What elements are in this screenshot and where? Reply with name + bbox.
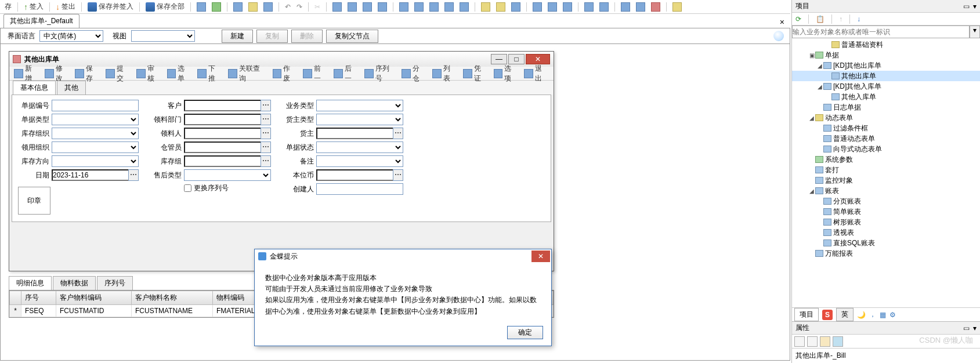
lookup-icon[interactable]: ⋯ — [261, 128, 271, 139]
tree-node[interactable]: 简单账表 — [792, 206, 980, 217]
lookup-icon[interactable]: ⋯ — [261, 155, 271, 167]
tb-g2[interactable] — [345, 2, 359, 12]
tb-g3[interactable] — [360, 2, 374, 12]
input-dept[interactable] — [184, 114, 261, 125]
tb-g5[interactable] — [397, 2, 411, 12]
refresh-icon[interactable]: ⟳ — [795, 15, 801, 23]
input-creator[interactable] — [316, 183, 403, 195]
prop-sort-icon[interactable] — [807, 336, 818, 347]
tb-g7[interactable] — [427, 2, 441, 12]
checkbox-replace-seq[interactable] — [184, 184, 191, 192]
tab-english[interactable]: 英 — [836, 308, 854, 321]
iw-btn-6[interactable]: 下推 — [195, 63, 225, 84]
save-all-button[interactable]: 保存全部 — [143, 1, 187, 12]
select-status[interactable] — [316, 141, 403, 153]
input-owner[interactable] — [316, 128, 393, 139]
sogou-ime-icon[interactable]: S — [822, 310, 833, 320]
tree-toggle-icon[interactable]: ◢ — [816, 63, 823, 69]
iw-btn-14[interactable]: 凭证 — [461, 63, 490, 84]
tb-g13[interactable] — [530, 2, 544, 12]
stamp-box[interactable]: 印章 — [18, 187, 50, 215]
up-icon[interactable]: ↑ — [839, 15, 842, 23]
ime-icon-4[interactable]: ⚙ — [889, 311, 896, 319]
tb-g14[interactable] — [545, 2, 559, 12]
cut-button[interactable]: ✂ — [312, 2, 323, 12]
ime-icon-3[interactable]: ▦ — [880, 311, 886, 319]
tb-g9[interactable] — [457, 2, 471, 12]
tb-icon-4[interactable] — [246, 2, 260, 12]
redo-button[interactable]: ↷ — [294, 2, 305, 12]
tree-node[interactable]: 普通基础资料 — [792, 39, 980, 50]
select-stockorg[interactable] — [52, 128, 139, 139]
view-select[interactable] — [131, 30, 195, 42]
detail-tab-1[interactable]: 物料数据 — [53, 276, 96, 290]
lookup-icon[interactable]: ⋯ — [261, 141, 271, 153]
date-picker-icon[interactable]: ⋯ — [128, 169, 139, 181]
select-biztype[interactable] — [316, 100, 403, 111]
tree-node[interactable]: ◢[KD]其他入库单 — [792, 81, 980, 92]
tb-g20[interactable] — [649, 2, 663, 12]
tree-node[interactable]: ▣单据 — [792, 50, 980, 60]
copy-icon[interactable]: 📋 — [816, 15, 824, 23]
tree-node[interactable]: 分页账表 — [792, 196, 980, 206]
tb-g12[interactable] — [509, 2, 523, 12]
ime-icon-2[interactable]: ， — [869, 310, 876, 320]
tree-node[interactable]: 其他入库单 — [792, 92, 980, 102]
new-button[interactable]: 新建 — [222, 30, 253, 43]
tb-g10[interactable] — [479, 2, 493, 12]
hint-bulb-icon[interactable] — [773, 31, 784, 41]
tb-icon-3[interactable] — [231, 2, 245, 12]
input-currency[interactable] — [316, 169, 393, 181]
tree-node[interactable]: 监控对象 — [792, 175, 980, 186]
pin-icon[interactable]: ▭ — [963, 2, 970, 10]
down-icon[interactable]: ↓ — [857, 15, 860, 23]
detail-tab-0[interactable]: 明细信息 — [9, 276, 52, 290]
prop-cat-icon[interactable] — [794, 336, 805, 347]
tree-node[interactable]: ◢动态表单 — [792, 112, 980, 123]
tab-project[interactable]: 项目 — [794, 308, 819, 321]
tree-node[interactable]: 透视表 — [792, 227, 980, 238]
iw-btn-4[interactable]: 审核 — [134, 63, 164, 84]
select-billtype[interactable] — [52, 114, 139, 125]
tb-icon-1[interactable] — [194, 2, 208, 12]
iw-btn-9[interactable]: 前一 — [301, 63, 330, 84]
lookup-icon[interactable]: ⋯ — [393, 128, 403, 139]
iw-btn-16[interactable]: 退出 — [522, 63, 551, 84]
input-customer[interactable] — [184, 100, 261, 111]
tree-toggle-icon[interactable]: ◢ — [808, 115, 815, 121]
tree-node[interactable]: ◢[KD]其他出库单 — [792, 60, 980, 71]
tree-node[interactable]: 套打 — [792, 165, 980, 175]
iw-btn-8[interactable]: 作废 — [270, 63, 300, 84]
iw-btn-12[interactable]: 分仓 — [399, 63, 429, 84]
search-dropdown-icon[interactable]: ▾ — [970, 26, 980, 38]
tb-g15[interactable] — [560, 2, 574, 12]
iw-btn-5[interactable]: 选单 — [165, 63, 194, 84]
ime-icon-1[interactable]: 🌙 — [857, 311, 866, 319]
dialog-ok-button[interactable]: 确定 — [507, 326, 543, 339]
tab-basic-info[interactable]: 基本信息 — [13, 81, 56, 95]
lookup-icon[interactable]: ⋯ — [393, 169, 403, 181]
dialog-close-button[interactable]: ✕ — [531, 251, 550, 262]
dropdown-icon[interactable]: ▾ — [973, 324, 977, 332]
tree-node[interactable]: 万能报表 — [792, 248, 980, 259]
tb-g6[interactable] — [412, 2, 426, 12]
copy-parent-button[interactable]: 复制父节点 — [326, 30, 378, 43]
iw-btn-7[interactable]: 关联查询 — [226, 63, 269, 84]
select-useorg[interactable] — [52, 141, 139, 153]
undo-button[interactable]: ↶ — [283, 2, 293, 12]
tb-g11[interactable] — [494, 2, 508, 12]
iw-btn-10[interactable]: 后一 — [331, 63, 361, 84]
tree-node[interactable]: 过滤条件框 — [792, 123, 980, 133]
prop-event-icon[interactable] — [833, 336, 843, 347]
lookup-icon[interactable]: ⋯ — [261, 100, 271, 111]
tb-icon-5[interactable] — [261, 2, 275, 12]
tree-toggle-icon[interactable]: ▣ — [808, 52, 815, 59]
tb-g18[interactable] — [619, 2, 632, 12]
iw-btn-3[interactable]: 提交 — [103, 63, 133, 84]
tab-close-icon[interactable]: × — [780, 17, 784, 27]
tb-g21[interactable] — [670, 2, 684, 12]
copy-button[interactable]: 复制 — [256, 30, 288, 43]
select-stockdir[interactable] — [52, 155, 139, 167]
input-picker[interactable] — [184, 128, 261, 139]
tb-g4[interactable] — [375, 2, 389, 12]
